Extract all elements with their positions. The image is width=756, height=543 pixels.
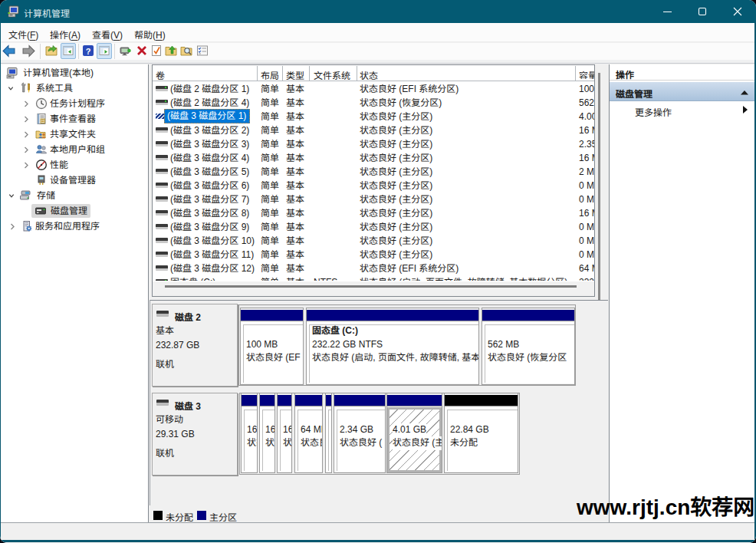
svg-text:?: ?: [86, 47, 91, 56]
